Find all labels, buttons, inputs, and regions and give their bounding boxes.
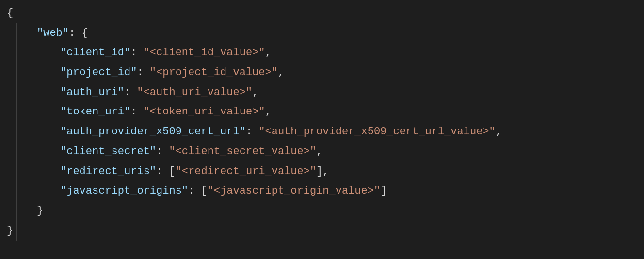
code-line: { xyxy=(7,4,637,24)
code-line: "redirect_uris": ["<redirect_uri_value>"… xyxy=(7,162,637,182)
code-line: "auth_uri": "<auth_uri_value>", xyxy=(7,83,637,103)
bracket-close: ] xyxy=(380,185,386,197)
json-value: "<client_secret_value>" xyxy=(169,146,316,158)
code-line: "token_uri": "<token_uri_value>", xyxy=(7,102,637,122)
comma: , xyxy=(265,106,271,118)
space xyxy=(130,86,137,98)
space xyxy=(75,27,81,39)
colon: : xyxy=(137,66,143,79)
json-key-token-uri: "token_uri" xyxy=(60,106,130,118)
code-line: "client_id": "<client_id_value>", xyxy=(7,43,637,63)
code-line: "web": { xyxy=(7,24,637,44)
json-key-client-id: "client_id" xyxy=(60,47,130,59)
json-value: "<project_id_value>" xyxy=(150,66,278,79)
json-key-javascript-origins: "javascript_origins" xyxy=(60,185,188,197)
bracket-open: [ xyxy=(201,185,207,197)
json-key-project-id: "project_id" xyxy=(60,66,137,79)
bracket-close: ] xyxy=(316,165,322,178)
json-key-auth-provider-cert-url: "auth_provider_x509_cert_url" xyxy=(60,126,246,138)
bracket-open: [ xyxy=(169,165,175,178)
json-value: "<auth_uri_value>" xyxy=(137,86,252,98)
space xyxy=(144,66,150,79)
brace-open: { xyxy=(81,27,88,39)
colon: : xyxy=(188,185,194,197)
brace-close: } xyxy=(37,205,43,217)
json-key-auth-uri: "auth_uri" xyxy=(60,86,124,98)
json-key-redirect-uris: "redirect_uris" xyxy=(60,165,156,178)
colon: : xyxy=(69,27,75,39)
code-line: } xyxy=(7,221,637,241)
json-value: "<javascript_origin_value>" xyxy=(208,185,380,197)
colon: : xyxy=(156,165,162,178)
json-value: "<client_id_value>" xyxy=(144,47,265,59)
colon: : xyxy=(130,47,137,59)
colon: : xyxy=(130,106,137,118)
comma: , xyxy=(316,146,322,158)
code-editor[interactable]: { "web": { "client_id": "<client_id_valu… xyxy=(7,4,637,241)
space xyxy=(194,185,201,197)
json-key-client-secret: "client_secret" xyxy=(60,146,156,158)
colon: : xyxy=(124,86,130,98)
comma: , xyxy=(322,165,329,178)
code-line: "auth_provider_x509_cert_url": "<auth_pr… xyxy=(7,122,637,142)
colon: : xyxy=(246,126,252,138)
comma: , xyxy=(252,86,258,98)
space xyxy=(162,146,169,158)
space xyxy=(137,106,143,118)
comma: , xyxy=(496,126,502,138)
brace-close: } xyxy=(7,225,13,237)
code-line: "project_id": "<project_id_value>", xyxy=(7,63,637,83)
space xyxy=(162,165,169,178)
json-value: "<redirect_uri_value>" xyxy=(176,165,316,178)
code-line: } xyxy=(7,201,637,221)
space xyxy=(252,126,258,138)
json-value: "<auth_provider_x509_cert_url_value>" xyxy=(258,126,495,138)
space xyxy=(137,47,143,59)
comma: , xyxy=(265,47,271,59)
colon: : xyxy=(156,146,162,158)
comma: , xyxy=(278,66,284,79)
code-line: "javascript_origins": ["<javascript_orig… xyxy=(7,181,637,201)
code-line: "client_secret": "<client_secret_value>"… xyxy=(7,142,637,162)
brace-open: { xyxy=(7,7,13,19)
json-key-web: "web" xyxy=(37,27,69,39)
json-value: "<token_uri_value>" xyxy=(144,106,265,118)
